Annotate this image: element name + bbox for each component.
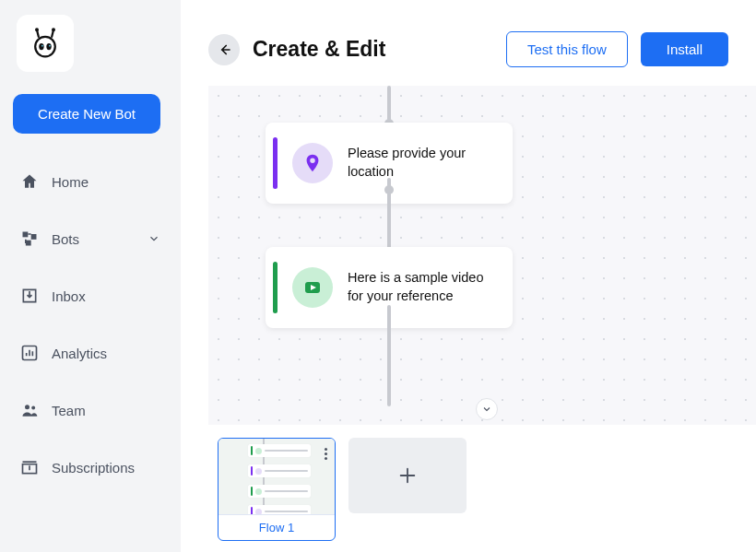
thumbnail-menu-button[interactable] bbox=[321, 444, 331, 464]
svg-point-2 bbox=[52, 28, 55, 31]
create-new-bot-button[interactable]: Create New Bot bbox=[13, 94, 160, 134]
sidebar: Create New Bot Home Bots Inbox Analytics… bbox=[0, 0, 181, 552]
flow-connector bbox=[387, 86, 391, 123]
scroll-down-button[interactable] bbox=[476, 398, 498, 420]
sidebar-item-label: Bots bbox=[52, 231, 79, 247]
sidebar-item-label: Analytics bbox=[52, 346, 107, 361]
bots-icon bbox=[20, 229, 39, 248]
sidebar-item-label: Team bbox=[52, 403, 86, 418]
sidebar-item-label: Subscriptions bbox=[52, 460, 135, 476]
home-icon bbox=[20, 172, 39, 191]
sidebar-nav: Home Bots Inbox Analytics Team Subscript… bbox=[13, 161, 168, 502]
svg-point-12 bbox=[31, 406, 35, 410]
test-flow-button[interactable]: Test this flow bbox=[506, 31, 628, 67]
sidebar-item-home[interactable]: Home bbox=[13, 161, 168, 202]
sidebar-item-label: Inbox bbox=[52, 288, 86, 304]
topbar: Create & Edit Test this flow Install bbox=[181, 0, 756, 86]
play-video-icon bbox=[292, 267, 333, 308]
svg-point-3 bbox=[39, 43, 43, 50]
card-text: Please provide your location bbox=[348, 145, 494, 181]
bot-logo-icon bbox=[29, 27, 62, 60]
plus-icon bbox=[397, 465, 418, 486]
chevron-down-icon bbox=[481, 404, 492, 415]
analytics-icon bbox=[20, 344, 39, 362]
svg-point-1 bbox=[35, 28, 39, 31]
add-flow-button[interactable] bbox=[348, 438, 467, 513]
thumbnail-label: Flow 1 bbox=[219, 514, 335, 540]
inbox-icon bbox=[20, 287, 39, 305]
chevron-down-icon bbox=[148, 232, 160, 245]
sidebar-item-label: Home bbox=[52, 174, 89, 190]
sidebar-item-bots[interactable]: Bots bbox=[13, 218, 168, 259]
back-button[interactable] bbox=[208, 34, 240, 65]
card-accent bbox=[273, 262, 278, 313]
card-accent bbox=[273, 137, 278, 189]
sidebar-item-analytics[interactable]: Analytics bbox=[13, 333, 168, 373]
thumbnail-preview bbox=[219, 439, 335, 514]
svg-rect-8 bbox=[31, 234, 37, 240]
flow-connector bbox=[387, 305, 391, 406]
install-button[interactable]: Install bbox=[641, 32, 728, 66]
app-logo bbox=[17, 15, 74, 72]
svg-point-5 bbox=[41, 45, 43, 47]
flow-node-dot bbox=[384, 185, 394, 194]
location-pin-icon bbox=[292, 143, 333, 183]
flow-canvas[interactable]: Please provide your location Here is a s… bbox=[208, 86, 756, 425]
card-text: Here is a sample video for your referenc… bbox=[348, 269, 494, 305]
svg-rect-7 bbox=[23, 232, 29, 238]
sidebar-item-subscriptions[interactable]: Subscriptions bbox=[13, 447, 168, 487]
svg-point-0 bbox=[35, 37, 55, 57]
svg-point-11 bbox=[25, 405, 30, 409]
sidebar-item-inbox[interactable]: Inbox bbox=[13, 276, 168, 316]
main-area: Create & Edit Test this flow Install Ple… bbox=[181, 0, 756, 552]
page-title: Create & Edit bbox=[253, 37, 493, 62]
flow-thumbnail-active[interactable]: Flow 1 bbox=[218, 438, 336, 541]
team-icon bbox=[20, 401, 39, 419]
arrow-left-icon bbox=[216, 41, 232, 58]
subscriptions-icon bbox=[20, 458, 39, 476]
svg-point-4 bbox=[46, 43, 51, 50]
sidebar-item-team[interactable]: Team bbox=[13, 390, 168, 430]
flow-thumbnails-strip: Flow 1 bbox=[181, 425, 756, 552]
svg-point-6 bbox=[49, 45, 51, 47]
